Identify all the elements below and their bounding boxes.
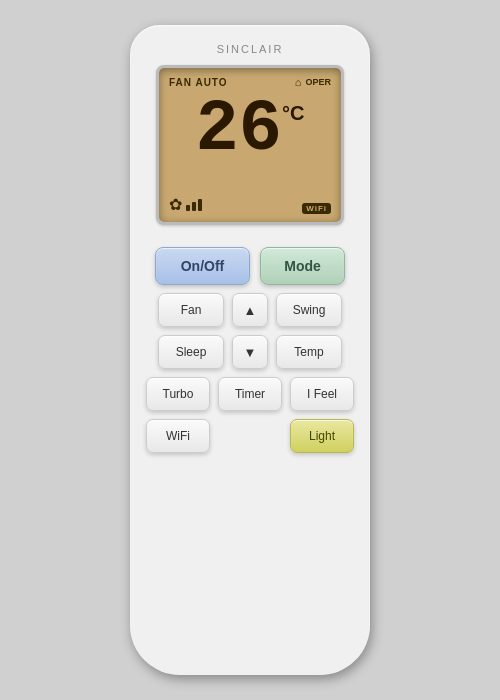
sun-icon: ✿ [169,195,182,214]
wifi-badge: WiFi [302,203,331,214]
row-fan-up-swing: Fan ▲ Swing [146,293,354,327]
row-turbo-timer-ifeel: Turbo Timer I Feel [146,377,354,411]
onoff-button[interactable]: On/Off [155,247,250,285]
sleep-button[interactable]: Sleep [158,335,224,369]
screen-top-bar: FAN AUTO ⌂ OPER [169,76,331,88]
lcd-screen: FAN AUTO ⌂ OPER 26 °C ✿ WiFi [156,65,344,225]
fan-button[interactable]: Fan [158,293,224,327]
light-button[interactable]: Light [290,419,354,453]
down-button[interactable]: ▼ [232,335,268,369]
main-buttons-row: On/Off Mode [146,247,354,285]
row-wifi-light: WiFi Light [146,419,354,453]
brand-label: sinclair [217,43,284,55]
signal-bars [186,199,202,211]
fan-mode-label: FAN AUTO [169,77,228,88]
temperature-value: 26 [196,94,282,166]
row-sleep-down-temp: Sleep ▼ Temp [146,335,354,369]
bar-1 [186,205,190,211]
timer-button[interactable]: Timer [218,377,282,411]
bar-2 [192,202,196,211]
bar-3 [198,199,202,211]
home-icon: ⌂ [295,76,302,88]
temperature-display: 26 °C [169,94,331,191]
swing-button[interactable]: Swing [276,293,342,327]
screen-bottom-bar: ✿ WiFi [169,195,331,214]
temp-button[interactable]: Temp [276,335,342,369]
screen-top-right: ⌂ OPER [295,76,331,88]
buttons-area: On/Off Mode Fan ▲ Swing Sleep ▼ Temp Tur… [146,247,354,453]
oper-label: OPER [305,77,331,87]
up-button[interactable]: ▲ [232,293,268,327]
screen-sun-area: ✿ [169,195,202,214]
turbo-button[interactable]: Turbo [146,377,210,411]
temperature-unit: °C [282,102,304,125]
remote-control: sinclair FAN AUTO ⌂ OPER 26 °C ✿ WiFi [130,25,370,675]
ifeel-button[interactable]: I Feel [290,377,354,411]
mode-button[interactable]: Mode [260,247,345,285]
wifi-button[interactable]: WiFi [146,419,210,453]
